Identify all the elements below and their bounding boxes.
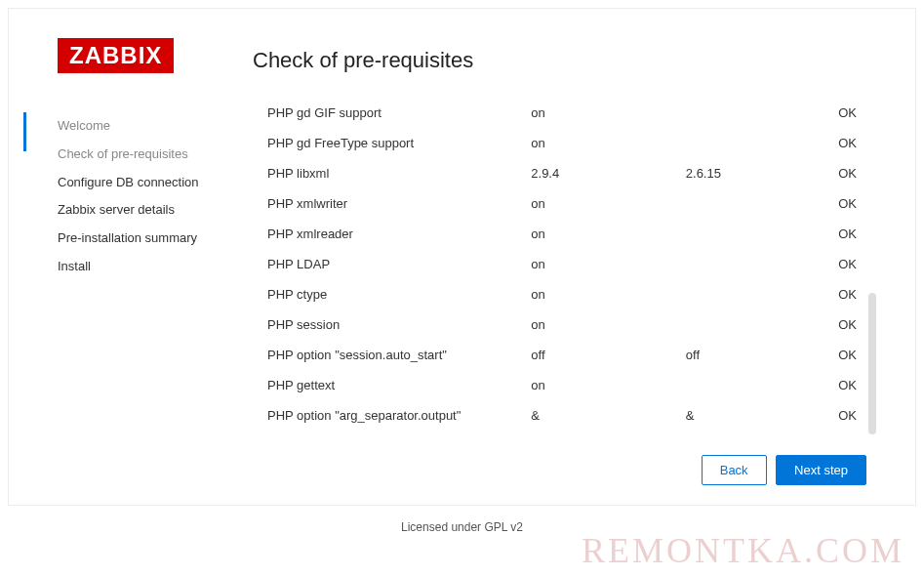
check-current-value: 2.9.4 — [531, 158, 686, 188]
check-name: PHP LDAP — [253, 249, 531, 279]
check-status: OK — [810, 370, 871, 400]
check-name: PHP libxml — [253, 158, 531, 188]
setup-wizard-container: ZABBIX WelcomeCheck of pre-requisitesCon… — [8, 8, 916, 506]
check-current-value: on — [531, 128, 686, 158]
check-required-value: off — [686, 340, 810, 370]
wizard-steps-nav: WelcomeCheck of pre-requisitesConfigure … — [58, 112, 253, 281]
check-current-value: off — [531, 340, 686, 370]
check-status: OK — [810, 340, 871, 370]
check-row: PHP option "session.auto_start"offoffOK — [253, 340, 871, 370]
check-row: PHP gettextonOK — [253, 370, 871, 400]
check-current-value: on — [531, 309, 686, 340]
check-status: OK — [810, 309, 871, 340]
requirements-table: PHP gd GIF supportonOKPHP gd FreeType su… — [253, 98, 871, 431]
check-required-value — [686, 309, 810, 340]
check-required-value: & — [686, 400, 810, 431]
sidebar: ZABBIX WelcomeCheck of pre-requisitesCon… — [9, 38, 253, 485]
check-current-value: & — [531, 400, 686, 431]
check-current-value: on — [531, 219, 686, 249]
check-status: OK — [810, 98, 871, 128]
check-row: PHP gd FreeType supportonOK — [253, 128, 871, 158]
check-status: OK — [810, 279, 871, 309]
check-status: OK — [810, 400, 871, 431]
wizard-step-1[interactable]: Check of pre-requisites — [58, 141, 253, 169]
check-name: PHP option "arg_separator.output" — [253, 400, 531, 431]
check-required-value — [686, 188, 810, 219]
license-footer: Licensed under GPL v2 — [0, 520, 924, 534]
check-current-value: on — [531, 249, 686, 279]
check-row: PHP libxml2.9.42.6.15OK — [253, 158, 871, 188]
check-name: PHP gettext — [253, 370, 531, 400]
check-required-value: 2.6.15 — [686, 158, 810, 188]
wizard-step-2[interactable]: Configure DB connection — [58, 169, 253, 197]
wizard-step-3[interactable]: Zabbix server details — [58, 196, 253, 225]
main-content: Check of pre-requisites PHP gd GIF suppo… — [253, 38, 876, 485]
zabbix-logo: ZABBIX — [58, 38, 174, 73]
requirements-table-container[interactable]: PHP gd GIF supportonOKPHP gd FreeType su… — [253, 98, 876, 435]
check-status: OK — [810, 158, 871, 188]
check-current-value: on — [531, 370, 686, 400]
back-button[interactable]: Back — [702, 455, 767, 485]
check-required-value — [686, 128, 810, 158]
check-required-value — [686, 279, 810, 309]
check-required-value — [686, 219, 810, 249]
check-required-value — [686, 370, 810, 400]
check-row: PHP option "arg_separator.output"&&OK — [253, 400, 871, 431]
check-row: PHP LDAPonOK — [253, 249, 871, 279]
check-status: OK — [810, 128, 871, 158]
scrollbar[interactable] — [868, 293, 876, 434]
check-name: PHP xmlwriter — [253, 188, 531, 219]
check-row: PHP ctypeonOK — [253, 279, 871, 309]
check-current-value: on — [531, 188, 686, 219]
check-row: PHP gd GIF supportonOK — [253, 98, 871, 128]
check-status: OK — [810, 249, 871, 279]
check-row: PHP xmlreaderonOK — [253, 219, 871, 249]
check-name: PHP gd GIF support — [253, 98, 531, 128]
wizard-step-0[interactable]: Welcome — [58, 112, 253, 141]
wizard-buttons: Back Next step — [253, 435, 876, 485]
check-status: OK — [810, 188, 871, 219]
watermark: REMONTKA.COM — [582, 530, 904, 571]
check-name: PHP option "session.auto_start" — [253, 340, 531, 370]
check-current-value: on — [531, 98, 686, 128]
check-current-value: on — [531, 279, 686, 309]
check-row: PHP sessiononOK — [253, 309, 871, 340]
page-title: Check of pre-requisites — [253, 48, 876, 73]
check-required-value — [686, 249, 810, 279]
check-required-value — [686, 98, 810, 128]
wizard-step-4[interactable]: Pre-installation summary — [58, 225, 253, 253]
check-name: PHP gd FreeType support — [253, 128, 531, 158]
check-name: PHP xmlreader — [253, 219, 531, 249]
check-name: PHP ctype — [253, 279, 531, 309]
check-status: OK — [810, 219, 871, 249]
wizard-step-5[interactable]: Install — [58, 253, 253, 281]
check-row: PHP xmlwriteronOK — [253, 188, 871, 219]
check-name: PHP session — [253, 309, 531, 340]
next-step-button[interactable]: Next step — [776, 455, 866, 485]
